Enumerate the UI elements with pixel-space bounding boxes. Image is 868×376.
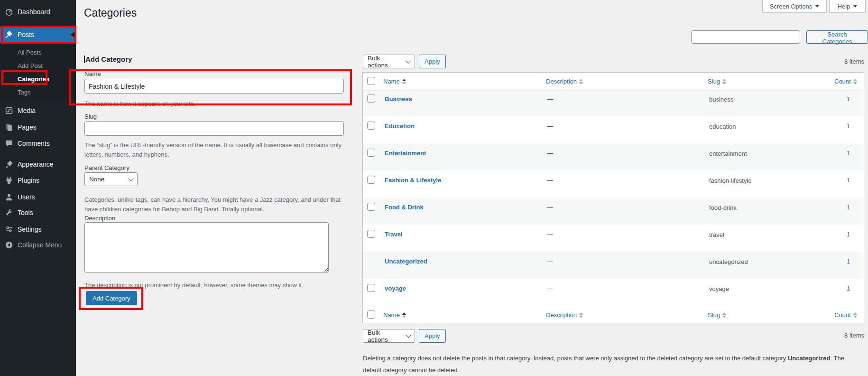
bulk-actions-value: Bulk actions	[368, 55, 402, 69]
collapse-arrow-icon	[5, 241, 13, 249]
sort-by-count-header[interactable]: Count	[834, 78, 857, 85]
sidebar-item-all-posts[interactable]: All Posts	[0, 46, 76, 59]
category-name-input[interactable]	[84, 79, 344, 94]
row-checkbox[interactable]	[367, 230, 375, 238]
bulk-actions-select-bottom[interactable]: Bulk actions	[363, 329, 415, 343]
sort-by-name-header[interactable]: Name	[383, 78, 406, 85]
category-count-link[interactable]: 1	[847, 150, 850, 157]
sidebar-item-label: Appearance	[18, 160, 54, 168]
column-label: Count	[834, 311, 851, 319]
select-all-checkbox[interactable]	[367, 77, 375, 85]
sort-arrows-icon	[853, 79, 857, 85]
sidebar-item-posts[interactable]: Posts	[0, 27, 76, 43]
sort-arrows-icon	[579, 312, 583, 318]
category-count-link[interactable]: 1	[847, 231, 850, 238]
sidebar-item-users[interactable]: Users	[0, 189, 76, 205]
slug-help-text: The “slug” is the URL-friendly version o…	[84, 141, 346, 160]
sidebar-item-appearance[interactable]: Appearance	[0, 156, 76, 172]
admin-sidebar: Dashboard Posts All Posts Add Post Categ…	[0, 0, 76, 376]
category-count-link[interactable]: 1	[847, 204, 850, 211]
name-help-text: The name is how it appears on your site.	[84, 99, 195, 109]
posts-submenu: All Posts Add Post Categories Tags	[0, 43, 76, 100]
sidebar-item-label: Tools	[18, 209, 33, 216]
column-label: Slug	[708, 311, 720, 319]
category-name-link[interactable]: Business	[385, 95, 412, 103]
table-row: Entertainment — entertainment 1	[363, 143, 864, 170]
help-button[interactable]: Help	[829, 0, 866, 13]
sidebar-item-dashboard[interactable]: Dashboard	[0, 4, 76, 20]
table-row: Fashion & Lifestyle — fashion-lifestyle …	[363, 170, 864, 197]
bulk-actions-value: Bulk actions	[368, 329, 402, 343]
row-checkbox[interactable]	[367, 122, 375, 130]
sidebar-item-plugins[interactable]: Plugins	[0, 172, 76, 188]
pushpin-icon	[5, 30, 13, 39]
table-row: Education — education 1	[363, 116, 864, 143]
category-name-link[interactable]: Food & Drink	[385, 204, 424, 211]
media-icon	[5, 106, 13, 115]
submenu-item-label: Tags	[18, 89, 30, 96]
current-menu-arrow-icon	[71, 32, 74, 38]
screen-options-button[interactable]: Screen Options	[762, 0, 827, 13]
sidebar-item-add-post[interactable]: Add Post	[0, 59, 76, 72]
description-label: Description	[84, 215, 115, 222]
search-categories-input[interactable]	[691, 30, 800, 44]
apply-button-top[interactable]: Apply	[419, 55, 446, 68]
category-count-link[interactable]: 1	[847, 177, 850, 184]
row-checkbox[interactable]	[367, 176, 375, 184]
category-slug: business	[709, 96, 733, 103]
sidebar-item-pages[interactable]: Pages	[0, 119, 76, 135]
sort-by-slug-header[interactable]: Slug	[708, 78, 726, 85]
category-slug: food-drink	[709, 204, 737, 211]
sidebar-item-categories[interactable]: Categories	[0, 72, 76, 85]
sort-by-description-header[interactable]: Description	[546, 311, 583, 319]
dashboard-icon	[5, 8, 13, 16]
table-footer-row: Name Description Slug Count	[363, 306, 864, 323]
sidebar-item-label: Posts	[18, 31, 34, 38]
pages-icon	[5, 123, 13, 132]
category-name-link[interactable]: Education	[385, 122, 415, 130]
select-all-checkbox[interactable]	[367, 310, 375, 319]
category-name-link[interactable]: Uncategorized	[385, 258, 427, 265]
bulk-actions-select-top[interactable]: Bulk actions	[363, 55, 415, 68]
sort-by-name-header[interactable]: Name	[383, 311, 406, 319]
category-name-link[interactable]: Travel	[385, 231, 403, 238]
row-checkbox[interactable]	[367, 94, 375, 103]
category-count-link[interactable]: 1	[847, 258, 850, 265]
category-description: —	[547, 285, 553, 292]
screen-options-label: Screen Options	[770, 3, 813, 10]
category-count-link[interactable]: 1	[847, 285, 850, 292]
category-slug: uncategorized	[709, 258, 748, 265]
submenu-item-label: Add Post	[18, 62, 43, 69]
sidebar-item-comments[interactable]: Comments	[0, 135, 76, 151]
parent-category-select[interactable]: None	[84, 172, 138, 186]
categories-table: Name Description Slug Count Business — b…	[362, 72, 864, 323]
row-checkbox[interactable]	[367, 149, 375, 157]
apply-button-bottom[interactable]: Apply	[419, 329, 446, 343]
category-name-link[interactable]: Fashion & Lifestyle	[385, 177, 441, 184]
row-checkbox[interactable]	[367, 203, 375, 211]
category-name-link[interactable]: voyage	[385, 285, 406, 292]
sort-by-count-header[interactable]: Count	[834, 311, 857, 319]
category-count-link[interactable]: 1	[847, 122, 850, 130]
table-header-row: Name Description Slug Count	[363, 73, 864, 89]
help-label: Help	[838, 3, 850, 10]
table-row-uncategorized: Uncategorized — uncategorized 1	[363, 252, 864, 279]
sidebar-item-tags[interactable]: Tags	[0, 85, 76, 99]
sort-by-slug-header[interactable]: Slug	[708, 311, 726, 319]
sidebar-item-settings[interactable]: Settings	[0, 221, 76, 237]
row-checkbox[interactable]	[367, 284, 375, 292]
sidebar-item-media[interactable]: Media	[0, 103, 76, 119]
category-count-link[interactable]: 1	[847, 95, 850, 103]
add-category-submit-button[interactable]: Add Category	[86, 291, 137, 305]
chevron-down-icon	[128, 176, 133, 181]
category-name-link[interactable]: Entertainment	[385, 150, 426, 157]
description-help-text: The description is not prominent by defa…	[84, 281, 350, 290]
sort-by-description-header[interactable]: Description	[546, 78, 583, 85]
collapse-menu-button[interactable]: Collapse Menu	[0, 237, 76, 253]
category-description-textarea[interactable]	[84, 222, 329, 273]
submenu-item-label: All Posts	[18, 49, 42, 56]
users-icon	[5, 193, 13, 201]
category-slug-input[interactable]	[84, 121, 344, 136]
search-categories-button[interactable]: Search Categories	[806, 30, 868, 44]
sidebar-item-tools[interactable]: Tools	[0, 205, 76, 221]
